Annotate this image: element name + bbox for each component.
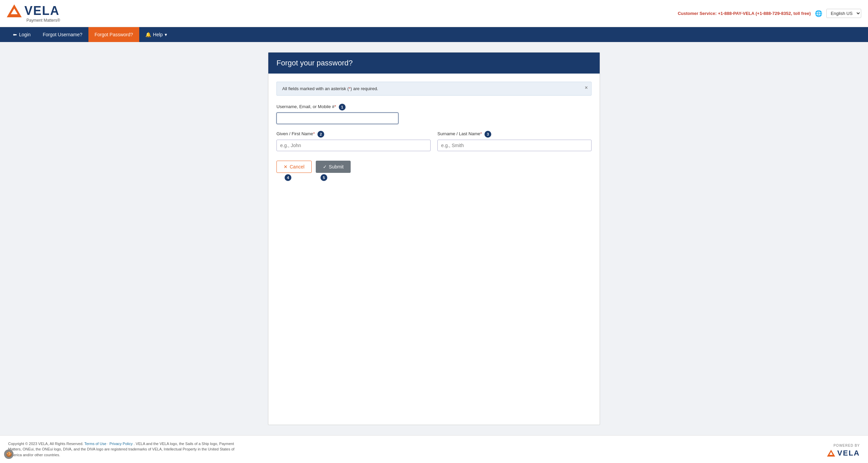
submit-check-icon: ✓ — [323, 164, 327, 169]
login-icon: ⬅ — [13, 32, 17, 37]
powered-by-text: POWERED BY — [833, 444, 860, 447]
logo-triangle-icon — [7, 4, 22, 17]
submit-label: Submit — [329, 164, 344, 169]
footer-right: POWERED BY VELA — [827, 444, 860, 458]
footer-logo-text: VELA — [837, 449, 860, 458]
alert-close-button[interactable]: × — [585, 85, 588, 91]
top-bar: VELA Payment Matters® Customer Service: … — [0, 0, 868, 27]
cs-label: Customer Service: — [678, 11, 717, 16]
alert-text: All fields marked with an asterisk (*) a… — [282, 86, 378, 91]
help-chevron-icon: ▾ — [165, 32, 167, 37]
help-icon: 🔔 — [145, 32, 151, 37]
nav-forgot-username-label: Forgot Username? — [43, 32, 82, 37]
alert-required-fields: All fields marked with an asterisk (*) a… — [276, 82, 592, 96]
username-input[interactable] — [276, 113, 398, 124]
step-badge-2: 2 — [317, 131, 324, 138]
nav-login[interactable]: ⬅ Login — [7, 27, 37, 42]
firstname-input[interactable] — [276, 140, 431, 151]
cancel-label: Cancel — [290, 164, 305, 169]
form-card: Forgot your password? All fields marked … — [268, 52, 600, 425]
footer-logo: VELA — [827, 449, 860, 458]
lastname-group: Surname / Last Name* 3 — [437, 131, 592, 151]
language-select[interactable]: English US — [826, 9, 861, 18]
firstname-group: Given / First Name* 2 — [276, 131, 431, 151]
logo-subtitle: Payment Matters® — [7, 18, 60, 23]
footer-logo-triangle-icon — [827, 450, 835, 457]
lastname-label: Surname / Last Name* 3 — [437, 131, 592, 138]
cs-phone: +1-888-PAY-VELA (+1-888-729-8352, toll f… — [718, 11, 811, 16]
firstname-label: Given / First Name* 2 — [276, 131, 431, 138]
nav-help[interactable]: 🔔 Help ▾ — [139, 27, 173, 42]
username-group: Username, Email, or Mobile #* 1 — [276, 104, 592, 124]
step-badge-4: 4 — [285, 174, 291, 181]
lastname-input[interactable] — [437, 140, 592, 151]
cancel-button[interactable]: ✕ Cancel — [276, 161, 312, 173]
footer: Copyright © 2023 VELA, All Rights Reserv… — [0, 435, 868, 463]
button-row: ✕ Cancel ✓ Submit — [276, 161, 592, 173]
cancel-x-icon: ✕ — [284, 164, 288, 169]
logo-area: VELA Payment Matters® — [7, 4, 60, 23]
form-title: Forgot your password? — [276, 59, 592, 67]
nav-forgot-password-label: Forgot Password? — [95, 32, 133, 37]
lastname-label-text: Surname / Last Name — [437, 131, 480, 136]
firstname-label-text: Given / First Name — [276, 131, 313, 136]
main-content: Forgot your password? All fields marked … — [0, 42, 868, 435]
nav-forgot-username[interactable]: Forgot Username? — [37, 27, 88, 42]
form-card-header: Forgot your password? — [268, 53, 600, 74]
form-card-body: All fields marked with an asterisk (*) a… — [268, 74, 600, 189]
step-badge-1: 1 — [339, 104, 346, 110]
nav-help-label: Help — [153, 32, 163, 37]
logo-text: VELA — [24, 5, 60, 17]
username-label: Username, Email, or Mobile #* 1 — [276, 104, 592, 110]
step-badge-5: 5 — [321, 174, 327, 181]
footer-copyright: Copyright © 2023 VELA, All Rights Reserv… — [8, 442, 83, 446]
step-badge-3: 3 — [484, 131, 491, 138]
username-label-text: Username, Email, or Mobile # — [276, 104, 334, 109]
top-right: Customer Service: +1-888-PAY-VELA (+1-88… — [678, 9, 861, 18]
submit-button[interactable]: ✓ Submit — [316, 161, 351, 173]
nav-forgot-password[interactable]: Forgot Password? — [88, 27, 139, 42]
footer-left: Copyright © 2023 VELA, All Rights Reserv… — [8, 441, 245, 458]
nav-login-label: Login — [19, 32, 30, 37]
footer-privacy-link[interactable]: Privacy Policy — [109, 442, 132, 446]
customer-service-text: Customer Service: +1-888-PAY-VELA (+1-88… — [678, 11, 811, 16]
globe-icon: 🌐 — [815, 10, 822, 17]
footer-terms-link[interactable]: Terms of Use — [84, 442, 106, 446]
nav-bar: ⬅ Login Forgot Username? Forgot Password… — [0, 27, 868, 42]
name-row: Given / First Name* 2 Surname / Last Nam… — [276, 131, 592, 158]
cookie-icon[interactable]: 🍪 — [4, 449, 14, 459]
